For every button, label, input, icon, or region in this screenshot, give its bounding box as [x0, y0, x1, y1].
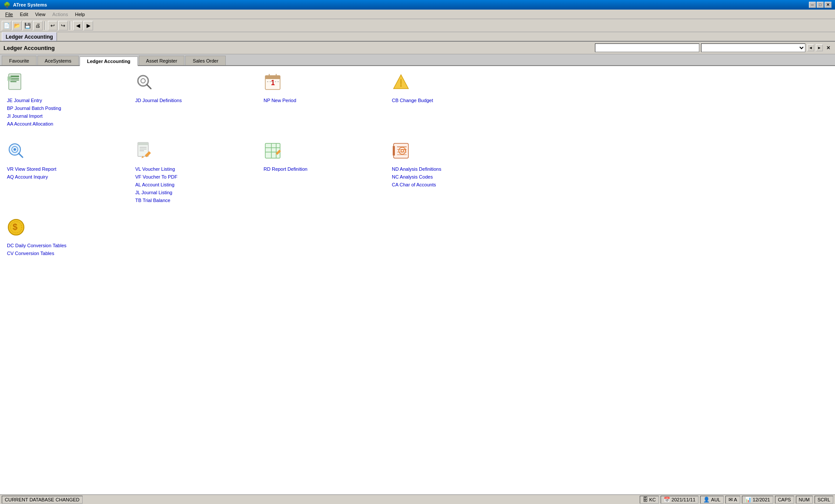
- status-user: 👤 AUL: [700, 496, 723, 504]
- link-jl[interactable]: JL Journal Listing: [135, 189, 264, 196]
- link-cb[interactable]: CB Change Budget: [392, 96, 520, 104]
- nav-next-button[interactable]: ►: [816, 44, 823, 51]
- app-tab-label: Ledger Accounting: [6, 34, 53, 40]
- section-row-2: VR View Stored Report AQ Account Inquiry: [7, 142, 828, 204]
- section-report-definition: RD Report Definition: [264, 142, 392, 204]
- close-button[interactable]: ✕: [825, 2, 832, 8]
- menu-help[interactable]: Help: [71, 11, 88, 18]
- svg-text:1: 1: [271, 79, 275, 86]
- menu-view[interactable]: View: [32, 11, 49, 18]
- maximize-button[interactable]: □: [817, 2, 824, 8]
- content-header: Ledger Accounting ◄ ► ✕: [0, 42, 835, 54]
- analysis-definitions-icon: [392, 142, 413, 162]
- link-nc[interactable]: NC Analysis Codes: [392, 173, 520, 181]
- link-nd[interactable]: ND Analysis Definitions: [392, 165, 520, 173]
- link-jd[interactable]: JD Journal Definitions: [135, 96, 264, 104]
- voucher-listing-icon: [135, 142, 156, 162]
- title-bar: 🌳 ATree Systems ─ □ ✕: [0, 0, 835, 10]
- link-vl[interactable]: VL Voucher Listing: [135, 165, 264, 173]
- link-dc[interactable]: DC Daily Conversion Tables: [7, 242, 135, 249]
- svg-point-27: [13, 148, 16, 151]
- nav-tabs: Favourite AceSystems Ledger Accounting A…: [0, 54, 835, 66]
- email-icon: ✉: [728, 497, 733, 503]
- section-journal-definitions: JD Journal Definitions: [135, 73, 264, 128]
- link-rd[interactable]: RD Report Definition: [264, 165, 392, 173]
- calendar-icon: 📅: [664, 497, 670, 503]
- link-vr[interactable]: VR View Stored Report: [7, 165, 135, 173]
- svg-rect-3: [10, 80, 19, 80]
- content-title: Ledger Accounting: [3, 45, 55, 51]
- search-input[interactable]: [595, 43, 699, 52]
- change-budget-icon: !: [392, 73, 413, 94]
- nav-prev-button[interactable]: ◄: [807, 44, 814, 51]
- toolbar: 📄 📂 💾 🖨 ↩ ↪ ◀ ▶: [0, 19, 835, 32]
- close-content-button[interactable]: ✕: [825, 44, 832, 51]
- report-definition-icon: [264, 142, 284, 162]
- menu-file[interactable]: File: [2, 11, 17, 18]
- toolbar-forward[interactable]: ▶: [84, 21, 93, 30]
- database-icon: 🗄: [643, 497, 648, 503]
- tab-favourite-label: Favourite: [9, 58, 29, 63]
- status-scrl: SCRL: [815, 496, 833, 504]
- link-je[interactable]: JE Journal Entry: [7, 96, 135, 104]
- status-email-value: A: [734, 497, 737, 502]
- toolbar-redo[interactable]: ↪: [58, 21, 68, 30]
- link-ca[interactable]: CA Char of Accounts: [392, 181, 520, 189]
- title-bar-left: 🌳 ATree Systems: [3, 2, 47, 8]
- section-analysis-definitions: ND Analysis Definitions NC Analysis Code…: [392, 142, 520, 204]
- toolbar-open[interactable]: 📂: [12, 21, 22, 30]
- tab-asset-register[interactable]: Asset Register: [139, 56, 185, 65]
- user-icon: 👤: [703, 497, 710, 503]
- minimize-button[interactable]: ─: [809, 2, 816, 8]
- link-aa[interactable]: AA Account Allocation: [7, 120, 135, 128]
- search-dropdown[interactable]: [701, 43, 805, 52]
- section-row-3: $ DC Daily Conversion Tables CV Conversi…: [7, 218, 828, 257]
- tab-ledger-accounting-label: Ledger Accounting: [87, 59, 130, 64]
- link-ji[interactable]: JI Journal Import: [7, 112, 135, 120]
- status-date-value: 2021/11/11: [671, 497, 695, 502]
- tab-acesystems-label: AceSystems: [45, 58, 71, 63]
- link-aq[interactable]: AQ Account Inquiry: [7, 173, 135, 181]
- tab-sales-order-label: Sales Order: [193, 58, 218, 63]
- title-bar-controls: ─ □ ✕: [809, 2, 832, 8]
- journal-entry-icon: [7, 73, 28, 94]
- app-tab[interactable]: Ledger Accounting: [2, 32, 57, 41]
- toolbar-undo[interactable]: ↩: [48, 21, 57, 30]
- toolbar-back[interactable]: ◀: [73, 21, 83, 30]
- toolbar-new[interactable]: 📄: [2, 21, 11, 30]
- status-caps: CAPS: [775, 496, 794, 504]
- status-kc-label: KC: [649, 497, 656, 502]
- tab-favourite[interactable]: Favourite: [2, 56, 37, 65]
- status-user-value: AUL: [711, 497, 720, 502]
- status-date: 📅 2021/11/11: [661, 496, 698, 504]
- status-kc: 🗄 KC: [640, 496, 659, 504]
- journal-definitions-icon: [135, 73, 156, 94]
- svg-line-10: [147, 85, 151, 89]
- section-daily-conversion: $ DC Daily Conversion Tables CV Conversi…: [7, 218, 135, 257]
- app-window: 🌳 ATree Systems ─ □ ✕ File Edit View Act…: [0, 0, 835, 504]
- search-area: ◄ ► ✕: [595, 43, 832, 52]
- tab-acesystems[interactable]: AceSystems: [37, 56, 79, 65]
- link-bp[interactable]: BP Journal Batch Posting: [7, 104, 135, 112]
- status-period: 📊 12/2021: [742, 496, 773, 504]
- status-period-value: 12/2021: [753, 497, 770, 502]
- tab-sales-order[interactable]: Sales Order: [185, 56, 226, 65]
- caps-label: CAPS: [778, 497, 791, 502]
- toolbar-print[interactable]: 🖨: [33, 21, 43, 30]
- tab-ledger-accounting[interactable]: Ledger Accounting: [80, 56, 138, 66]
- svg-line-28: [19, 153, 23, 157]
- link-al[interactable]: AL Account Listing: [135, 181, 264, 189]
- link-np[interactable]: NP New Period: [264, 96, 392, 104]
- link-vf[interactable]: VF Voucher To PDF: [135, 173, 264, 181]
- link-cv[interactable]: CV Conversion Tables: [7, 249, 135, 257]
- menu-edit[interactable]: Edit: [17, 11, 32, 18]
- scrl-label: SCRL: [818, 497, 830, 502]
- menu-bar: File Edit View Actions Help: [0, 10, 835, 19]
- toolbar-separator-2: [70, 21, 71, 30]
- app-tab-bar: Ledger Accounting: [0, 32, 835, 42]
- status-email: ✉ A: [725, 496, 740, 504]
- link-tb[interactable]: TB Trial Balance: [135, 196, 264, 204]
- num-label: NUM: [799, 497, 810, 502]
- toolbar-save[interactable]: 💾: [23, 21, 32, 30]
- period-icon: 📊: [745, 497, 752, 503]
